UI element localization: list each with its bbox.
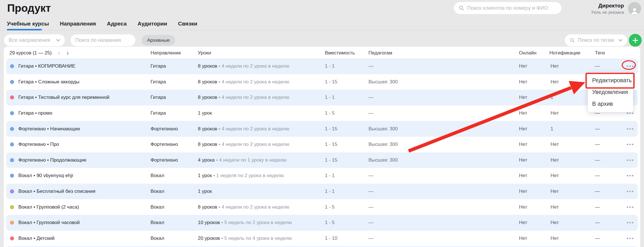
course-capacity: 1 - 5 bbox=[325, 110, 335, 116]
course-online: Нет bbox=[519, 157, 527, 163]
avatar[interactable] bbox=[628, 2, 641, 15]
course-direction: Вокал bbox=[151, 173, 164, 179]
course-name: Фортепиано • Начинающие bbox=[18, 126, 80, 132]
pagination-next-button[interactable]: › bbox=[67, 50, 69, 56]
client-search[interactable] bbox=[454, 2, 561, 14]
archived-filter-button[interactable]: Архивные bbox=[142, 35, 175, 46]
course-direction: Гитара bbox=[151, 63, 166, 69]
user-block[interactable]: Директор Роль не указана bbox=[592, 3, 624, 15]
course-teachers: — bbox=[368, 220, 373, 226]
table-body: Гитара • КОПИРОВАНИЕ Гитара 8 уроков • 4… bbox=[4, 58, 640, 247]
course-capacity: 1 - 1 bbox=[325, 95, 335, 100]
course-online: Нет bbox=[519, 142, 527, 147]
tag-search[interactable] bbox=[565, 34, 627, 46]
row-actions-button[interactable] bbox=[626, 173, 635, 178]
table-row[interactable]: Гитара • Тестовый курс для переменной Ги… bbox=[6, 90, 638, 105]
course-lessons: 8 уроков • 4 недели по 2 урока в неделю bbox=[198, 142, 289, 147]
course-lessons: 8 уроков • 4 недели по 2 урока в неделю bbox=[198, 126, 289, 132]
course-online: Нет bbox=[519, 220, 527, 226]
course-tags: — bbox=[595, 173, 600, 179]
tab-addresses[interactable]: Адреса bbox=[107, 21, 127, 31]
table-row[interactable]: Вокал • Бесплатный без списания Вокал 1 … bbox=[6, 184, 638, 199]
table-row[interactable]: Вокал • Детский Вокал 20 уроков • 5 неде… bbox=[6, 231, 638, 246]
course-tags: — bbox=[595, 157, 600, 163]
menu-item-edit[interactable]: Редактировать bbox=[588, 75, 633, 86]
course-online: Нет bbox=[519, 236, 527, 241]
course-name: Гитара • Тестовый курс для переменной bbox=[18, 95, 110, 100]
course-direction: Фортепиано bbox=[151, 157, 178, 163]
course-teachers: Высшая: 300 bbox=[368, 142, 398, 147]
course-lessons: 8 уроков • 4 недели по 2 урока в неделю bbox=[198, 95, 289, 100]
course-direction: Фортепиано bbox=[151, 126, 178, 132]
course-name: Вокал • Групповой (2 часа) bbox=[18, 204, 79, 210]
course-name: Вокал • 90 vbyenysq ehjr bbox=[18, 173, 73, 179]
tab-bundles[interactable]: Связки bbox=[178, 21, 197, 31]
tab-directions[interactable]: Направления bbox=[60, 21, 96, 31]
row-actions-button[interactable] bbox=[626, 189, 635, 194]
row-actions-button[interactable] bbox=[626, 236, 635, 241]
course-direction: Вокал bbox=[151, 189, 164, 194]
course-name: Вокал • Групповой часовой bbox=[18, 220, 80, 226]
row-actions-button[interactable] bbox=[626, 220, 635, 225]
course-name: Гитара • промо bbox=[18, 110, 52, 116]
course-online: Нет bbox=[519, 110, 527, 116]
directions-select[interactable]: Все направления bbox=[4, 34, 65, 46]
course-online: Нет bbox=[519, 95, 527, 100]
name-search-input[interactable] bbox=[75, 37, 131, 43]
course-lessons: 8 уроков • 4 недели по 2 урока в неделю bbox=[198, 79, 289, 85]
course-direction: Гитара bbox=[151, 110, 166, 116]
row-actions-button[interactable] bbox=[626, 142, 635, 147]
course-color-dot bbox=[10, 189, 14, 193]
table-row[interactable]: Вокал • 90 vbyenysq ehjr Вокал 1 урок • … bbox=[6, 168, 638, 184]
row-actions-button[interactable] bbox=[626, 205, 635, 209]
course-direction: Вокал bbox=[151, 204, 164, 210]
add-course-button[interactable] bbox=[629, 34, 642, 47]
course-online: Нет bbox=[519, 189, 527, 194]
course-notifications: Нет bbox=[551, 173, 559, 179]
column-header-online: Онлайн bbox=[519, 50, 536, 56]
row-actions-button[interactable] bbox=[626, 158, 635, 162]
tag-search-input[interactable] bbox=[578, 37, 616, 43]
course-teachers: — bbox=[368, 63, 373, 69]
pagination-prev-button[interactable]: ‹ bbox=[58, 50, 60, 56]
person-icon bbox=[630, 7, 639, 15]
directions-select-value: Все направления bbox=[9, 37, 50, 43]
course-name: Вокал • Бесплатный без списания bbox=[18, 189, 95, 194]
table-row[interactable]: Фортепиано • Начинающие Фортепиано 8 уро… bbox=[6, 121, 638, 137]
course-tags: — bbox=[595, 189, 600, 194]
table-row[interactable]: Вокал • Групповой (2 часа) Вокал 8 уроко… bbox=[6, 199, 638, 215]
course-teachers: — bbox=[368, 95, 373, 100]
table-row[interactable]: Фортепиано • Продолжающие Фортепиано 4 у… bbox=[6, 152, 638, 168]
table-row[interactable]: Фортепиано • Про Фортепиано 8 уроков • 4… bbox=[6, 137, 638, 152]
active-tab-underline bbox=[7, 29, 42, 30]
menu-item-archive[interactable]: В архив bbox=[588, 98, 633, 110]
course-teachers: — bbox=[368, 189, 373, 194]
course-direction: Гитара bbox=[151, 79, 166, 85]
course-lessons: 4 урока • 4 недели по 1 уроку в неделю bbox=[198, 157, 286, 163]
name-search[interactable] bbox=[71, 34, 135, 46]
client-search-input[interactable] bbox=[467, 5, 557, 11]
row-actions-button[interactable] bbox=[626, 64, 635, 69]
course-lessons: 1 урок bbox=[198, 110, 212, 116]
course-tags: — bbox=[595, 220, 600, 226]
row-actions-button[interactable] bbox=[626, 126, 635, 131]
course-tags: — bbox=[595, 204, 600, 210]
tab-auditoriums[interactable]: Аудитории bbox=[138, 21, 167, 31]
course-capacity: 1 - 15 bbox=[325, 142, 337, 147]
column-header-teachers: Педагогам bbox=[368, 50, 392, 56]
column-header-tags: Теги bbox=[595, 50, 605, 56]
course-notifications: 1 bbox=[551, 95, 553, 100]
menu-item-notifications[interactable]: Уведомления bbox=[588, 86, 633, 98]
course-lessons: 1 урок • 1 неделя по 2 урока в неделю bbox=[198, 173, 284, 179]
table-row[interactable]: Вокал • Групповой часовой Вокал 10 уроко… bbox=[6, 215, 638, 231]
table-row[interactable]: Гитара • промо Гитара 1 урок 1 - 5 — Нет… bbox=[6, 105, 638, 121]
course-tags: — bbox=[595, 142, 600, 147]
table-row[interactable]: Гитара • Сложные аккорды Гитара 8 уроков… bbox=[6, 74, 638, 90]
chevron-down-icon bbox=[56, 39, 60, 42]
course-online: Нет bbox=[519, 79, 527, 85]
user-role: Роль не указана bbox=[592, 10, 624, 15]
course-name: Гитара • Сложные аккорды bbox=[18, 79, 79, 85]
table-row[interactable]: Гитара • КОПИРОВАНИЕ Гитара 8 уроков • 4… bbox=[6, 58, 638, 74]
course-teachers: — bbox=[368, 173, 373, 179]
course-online: Нет bbox=[519, 204, 527, 210]
